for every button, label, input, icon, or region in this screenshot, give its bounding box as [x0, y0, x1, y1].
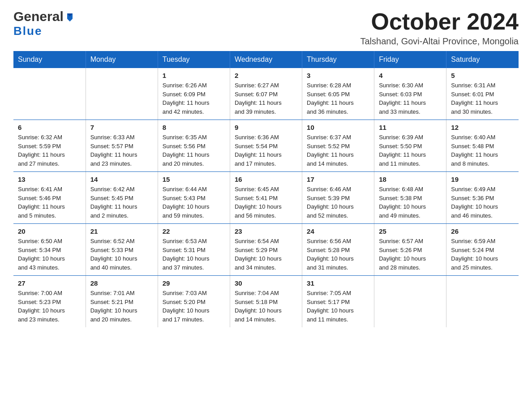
day-number: 15	[163, 176, 225, 183]
day-number: 28	[90, 279, 153, 287]
logo-general-text: General	[13, 9, 64, 24]
day-info: Sunrise: 6:31 AMSunset: 6:01 PMDaylight:…	[451, 81, 514, 116]
calendar-week-row: 20Sunrise: 6:50 AMSunset: 5:34 PMDayligh…	[13, 224, 519, 276]
day-number: 29	[163, 279, 225, 287]
month-title: October 2024	[360, 9, 519, 34]
day-number: 14	[90, 176, 153, 183]
calendar-cell: 12Sunrise: 6:40 AMSunset: 5:48 PMDayligh…	[446, 120, 519, 172]
calendar-cell: 4Sunrise: 6:30 AMSunset: 6:03 PMDaylight…	[374, 68, 446, 120]
logo: General Blue	[13, 9, 75, 38]
day-number: 3	[307, 72, 369, 79]
day-info: Sunrise: 6:30 AMSunset: 6:03 PMDaylight:…	[379, 81, 442, 116]
day-number: 5	[451, 72, 514, 79]
day-info: Sunrise: 6:49 AMSunset: 5:36 PMDaylight:…	[451, 185, 514, 220]
calendar-cell	[13, 68, 86, 120]
calendar-table: SundayMondayTuesdayWednesdayThursdayFrid…	[13, 51, 519, 327]
calendar-cell: 21Sunrise: 6:52 AMSunset: 5:33 PMDayligh…	[86, 224, 158, 276]
day-info: Sunrise: 7:05 AMSunset: 5:17 PMDaylight:…	[307, 289, 369, 324]
calendar-cell: 15Sunrise: 6:44 AMSunset: 5:43 PMDayligh…	[158, 172, 230, 224]
day-info: Sunrise: 7:04 AMSunset: 5:18 PMDaylight:…	[235, 289, 297, 324]
day-number: 9	[235, 124, 297, 131]
day-header-monday: Monday	[86, 51, 158, 68]
calendar-cell: 11Sunrise: 6:39 AMSunset: 5:50 PMDayligh…	[374, 120, 446, 172]
day-info: Sunrise: 6:50 AMSunset: 5:34 PMDaylight:…	[18, 237, 81, 272]
day-info: Sunrise: 7:00 AMSunset: 5:23 PMDaylight:…	[18, 289, 81, 324]
day-info: Sunrise: 6:32 AMSunset: 5:59 PMDaylight:…	[18, 133, 81, 168]
calendar-cell: 22Sunrise: 6:53 AMSunset: 5:31 PMDayligh…	[158, 224, 230, 276]
day-number: 19	[451, 176, 514, 183]
day-info: Sunrise: 6:46 AMSunset: 5:39 PMDaylight:…	[307, 185, 369, 220]
calendar-header-row: SundayMondayTuesdayWednesdayThursdayFrid…	[13, 51, 519, 68]
day-info: Sunrise: 6:41 AMSunset: 5:46 PMDaylight:…	[18, 185, 81, 220]
day-info: Sunrise: 6:36 AMSunset: 5:54 PMDaylight:…	[235, 133, 297, 168]
day-header-saturday: Saturday	[446, 51, 519, 68]
day-info: Sunrise: 6:56 AMSunset: 5:28 PMDaylight:…	[307, 237, 369, 272]
day-number: 22	[163, 227, 225, 235]
day-header-friday: Friday	[374, 51, 446, 68]
day-info: Sunrise: 6:26 AMSunset: 6:09 PMDaylight:…	[163, 81, 225, 116]
calendar-cell: 20Sunrise: 6:50 AMSunset: 5:34 PMDayligh…	[13, 224, 86, 276]
day-number: 27	[18, 279, 81, 287]
day-number: 12	[451, 124, 514, 131]
calendar-cell: 18Sunrise: 6:48 AMSunset: 5:38 PMDayligh…	[374, 172, 446, 224]
calendar-week-row: 6Sunrise: 6:32 AMSunset: 5:59 PMDaylight…	[13, 120, 519, 172]
location-title: Talshand, Govi-Altai Province, Mongolia	[360, 36, 519, 47]
calendar-cell: 14Sunrise: 6:42 AMSunset: 5:45 PMDayligh…	[86, 172, 158, 224]
day-number: 30	[235, 279, 297, 287]
calendar-cell: 19Sunrise: 6:49 AMSunset: 5:36 PMDayligh…	[446, 172, 519, 224]
day-number: 18	[379, 176, 442, 183]
day-header-thursday: Thursday	[302, 51, 374, 68]
calendar-cell	[374, 276, 446, 328]
day-number: 23	[235, 227, 297, 235]
day-number: 16	[235, 176, 297, 183]
day-number: 21	[90, 227, 153, 235]
calendar-cell: 28Sunrise: 7:01 AMSunset: 5:21 PMDayligh…	[86, 276, 158, 328]
calendar-cell	[86, 68, 158, 120]
day-info: Sunrise: 6:52 AMSunset: 5:33 PMDaylight:…	[90, 237, 153, 272]
day-info: Sunrise: 6:54 AMSunset: 5:29 PMDaylight:…	[235, 237, 297, 272]
calendar-week-row: 1Sunrise: 6:26 AMSunset: 6:09 PMDaylight…	[13, 68, 519, 120]
calendar-cell: 6Sunrise: 6:32 AMSunset: 5:59 PMDaylight…	[13, 120, 86, 172]
calendar-cell: 13Sunrise: 6:41 AMSunset: 5:46 PMDayligh…	[13, 172, 86, 224]
logo-blue-text: Blue	[13, 24, 42, 38]
calendar-cell: 17Sunrise: 6:46 AMSunset: 5:39 PMDayligh…	[302, 172, 374, 224]
calendar-cell: 26Sunrise: 6:59 AMSunset: 5:24 PMDayligh…	[446, 224, 519, 276]
calendar-cell: 27Sunrise: 7:00 AMSunset: 5:23 PMDayligh…	[13, 276, 86, 328]
calendar-cell	[446, 276, 519, 328]
calendar-cell: 16Sunrise: 6:45 AMSunset: 5:41 PMDayligh…	[230, 172, 302, 224]
day-number: 8	[163, 124, 225, 131]
logo-arrow-icon	[65, 13, 75, 22]
day-info: Sunrise: 6:57 AMSunset: 5:26 PMDaylight:…	[379, 237, 442, 272]
day-info: Sunrise: 6:35 AMSunset: 5:56 PMDaylight:…	[163, 133, 225, 168]
calendar-week-row: 27Sunrise: 7:00 AMSunset: 5:23 PMDayligh…	[13, 276, 519, 328]
day-number: 17	[307, 176, 369, 183]
calendar-cell: 23Sunrise: 6:54 AMSunset: 5:29 PMDayligh…	[230, 224, 302, 276]
day-number: 31	[307, 279, 369, 287]
day-info: Sunrise: 6:48 AMSunset: 5:38 PMDaylight:…	[379, 185, 442, 220]
calendar-cell: 1Sunrise: 6:26 AMSunset: 6:09 PMDaylight…	[158, 68, 230, 120]
day-info: Sunrise: 6:45 AMSunset: 5:41 PMDaylight:…	[235, 185, 297, 220]
calendar-cell: 2Sunrise: 6:27 AMSunset: 6:07 PMDaylight…	[230, 68, 302, 120]
day-number: 25	[379, 227, 442, 235]
calendar-cell: 5Sunrise: 6:31 AMSunset: 6:01 PMDaylight…	[446, 68, 519, 120]
day-header-tuesday: Tuesday	[158, 51, 230, 68]
day-info: Sunrise: 6:33 AMSunset: 5:57 PMDaylight:…	[90, 133, 153, 168]
day-number: 4	[379, 72, 442, 79]
page-header: General Blue October 2024 Talshand, Govi…	[13, 9, 519, 47]
day-header-wednesday: Wednesday	[230, 51, 302, 68]
day-info: Sunrise: 6:37 AMSunset: 5:52 PMDaylight:…	[307, 133, 369, 168]
day-info: Sunrise: 6:42 AMSunset: 5:45 PMDaylight:…	[90, 185, 153, 220]
day-number: 7	[90, 124, 153, 131]
day-info: Sunrise: 6:27 AMSunset: 6:07 PMDaylight:…	[235, 81, 297, 116]
day-info: Sunrise: 6:39 AMSunset: 5:50 PMDaylight:…	[379, 133, 442, 168]
day-header-sunday: Sunday	[13, 51, 86, 68]
calendar-cell: 24Sunrise: 6:56 AMSunset: 5:28 PMDayligh…	[302, 224, 374, 276]
calendar-cell: 9Sunrise: 6:36 AMSunset: 5:54 PMDaylight…	[230, 120, 302, 172]
day-info: Sunrise: 6:40 AMSunset: 5:48 PMDaylight:…	[451, 133, 514, 168]
day-number: 6	[18, 124, 81, 131]
day-number: 24	[307, 227, 369, 235]
day-number: 20	[18, 227, 81, 235]
day-info: Sunrise: 7:01 AMSunset: 5:21 PMDaylight:…	[90, 289, 153, 324]
calendar-week-row: 13Sunrise: 6:41 AMSunset: 5:46 PMDayligh…	[13, 172, 519, 224]
day-info: Sunrise: 6:59 AMSunset: 5:24 PMDaylight:…	[451, 237, 514, 272]
